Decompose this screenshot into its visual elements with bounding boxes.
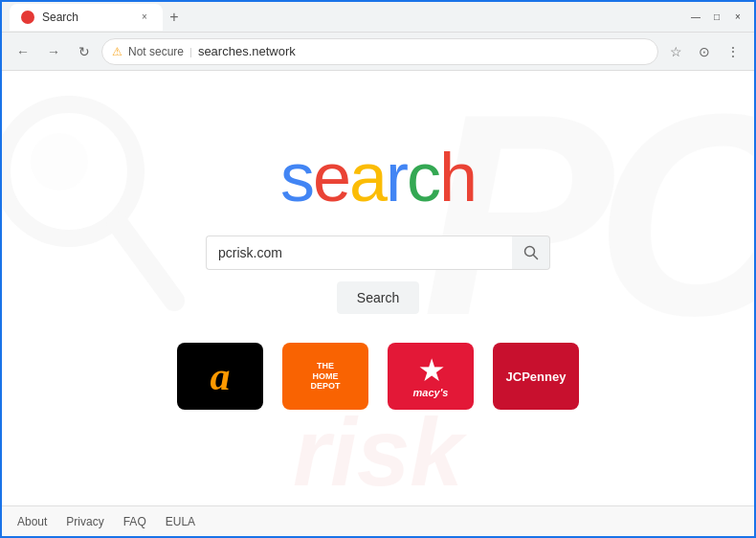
homedepot-label: THEHOMEDEPOT xyxy=(310,361,340,392)
svg-line-4 xyxy=(533,256,537,259)
quick-links: a THEHOMEDEPOT ★ macy's JCPenney xyxy=(177,343,579,410)
logo-letter-s: s xyxy=(280,139,313,215)
jcpenney-label: JCPenney xyxy=(506,370,567,384)
minimize-button[interactable]: — xyxy=(687,9,704,26)
forward-button[interactable]: → xyxy=(40,38,67,65)
svg-point-0 xyxy=(2,104,136,238)
search-box xyxy=(206,235,550,270)
svg-line-2 xyxy=(117,222,174,301)
tab-favicon xyxy=(21,11,34,24)
svg-point-1 xyxy=(31,133,88,191)
maximize-button[interactable]: □ xyxy=(708,9,725,26)
logo-letter-r: r xyxy=(386,139,407,215)
new-tab-button[interactable]: + xyxy=(163,6,186,29)
footer-about-link[interactable]: About xyxy=(17,515,47,528)
quick-link-jcpenney[interactable]: JCPenney xyxy=(493,343,579,410)
quick-link-macys[interactable]: ★ macy's xyxy=(388,343,474,410)
risk-watermark: risk xyxy=(2,397,754,507)
tab-bar: Search × + xyxy=(10,4,687,31)
quick-link-homedepot[interactable]: THEHOMEDEPOT xyxy=(282,343,368,410)
address-separator: | xyxy=(189,46,192,57)
page-content: PC risk search Search a xyxy=(2,71,754,536)
tab-title: Search xyxy=(42,11,78,24)
search-icon xyxy=(523,245,539,260)
footer-faq-link[interactable]: FAQ xyxy=(123,515,146,528)
amazon-logo: a xyxy=(211,353,231,399)
window-controls: — □ × xyxy=(687,9,746,26)
close-button[interactable]: × xyxy=(729,9,746,26)
footer: About Privacy FAQ EULA xyxy=(2,505,754,536)
logo-letter-a: a xyxy=(349,139,386,215)
address-input[interactable]: ⚠ Not secure | searches.network xyxy=(101,38,658,65)
menu-button[interactable]: ⋮ xyxy=(720,38,746,65)
logo-letter-c: c xyxy=(407,139,439,215)
security-label: Not secure xyxy=(128,45,184,58)
title-bar: Search × + — □ × xyxy=(2,2,754,33)
magnifier-watermark xyxy=(2,80,193,333)
bookmark-button[interactable]: ☆ xyxy=(662,38,689,65)
security-warning-icon: ⚠ xyxy=(112,45,122,58)
logo-letter-h: h xyxy=(439,139,476,215)
active-tab[interactable]: Search × xyxy=(10,4,163,31)
url-display: searches.network xyxy=(198,44,296,58)
logo-letter-e: e xyxy=(313,139,349,215)
address-bar: ← → ↻ ⚠ Not secure | searches.network ☆ … xyxy=(2,33,754,71)
search-input[interactable] xyxy=(206,235,512,270)
back-button[interactable]: ← xyxy=(10,38,36,65)
search-icon-button[interactable] xyxy=(512,235,550,270)
footer-privacy-link[interactable]: Privacy xyxy=(66,515,103,528)
account-button[interactable]: ⊙ xyxy=(691,38,718,65)
macys-label: ★ macy's xyxy=(413,355,449,398)
address-actions: ☆ ⊙ ⋮ xyxy=(662,38,746,65)
search-logo: search xyxy=(280,138,476,216)
footer-eula-link[interactable]: EULA xyxy=(166,515,195,528)
search-submit-button[interactable]: Search xyxy=(337,281,419,314)
tab-close-button[interactable]: × xyxy=(138,11,151,24)
reload-button[interactable]: ↻ xyxy=(71,38,98,65)
browser-window: Search × + — □ × ← → ↻ ⚠ Not secure | se… xyxy=(0,0,756,538)
search-button-wrap: Search xyxy=(337,281,419,314)
quick-link-amazon[interactable]: a xyxy=(177,343,263,410)
